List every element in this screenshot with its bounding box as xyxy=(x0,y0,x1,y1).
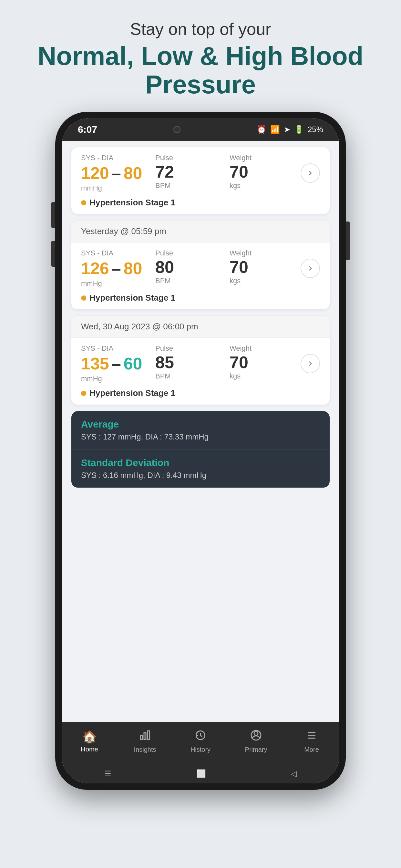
nav-insights[interactable]: Insights xyxy=(117,730,173,753)
header-title: Normal, Low & High Blood Pressure xyxy=(26,42,375,99)
kgs-unit-2: kgs xyxy=(229,277,297,285)
insights-label: Insights xyxy=(134,746,156,753)
nav-primary[interactable]: Primary xyxy=(228,730,284,753)
stats-card: Average SYS : 127 mmHg, DIA : 73.33 mmHg… xyxy=(71,411,330,488)
status-time: 6:07 xyxy=(78,124,97,135)
status-dot-3 xyxy=(81,391,86,396)
mmhg-unit-1: mmHg xyxy=(81,184,149,192)
phone-inner: 6:07 ⏰ 📶 ➤ 🔋 25% SYS - DIA 1 xyxy=(62,118,339,783)
std-block: Standard Deviation SYS : 6.16 mmHg, DIA … xyxy=(71,450,330,488)
home-label: Home xyxy=(81,746,98,753)
history-label: History xyxy=(190,746,211,753)
android-menu-icon: ☰ xyxy=(104,769,112,778)
bpm-unit-3: BPM xyxy=(155,372,223,380)
svg-point-4 xyxy=(254,732,258,735)
status-text-1: Hypertension Stage 1 xyxy=(89,197,175,208)
std-value: SYS : 6.16 mmHg, DIA : 9.43 mmHg xyxy=(81,471,320,480)
status-text-3: Hypertension Stage 1 xyxy=(89,388,175,398)
nav-home[interactable]: 🏠 Home xyxy=(62,730,117,753)
status-text-2: Hypertension Stage 1 xyxy=(89,293,175,303)
dia-value-3: 60 xyxy=(124,355,143,372)
pulse-label-2: Pulse xyxy=(155,249,223,257)
android-back-icon: ◁ xyxy=(291,769,297,778)
sys-value-3: 135 xyxy=(81,355,109,372)
detail-button-3[interactable] xyxy=(301,354,320,373)
svg-rect-0 xyxy=(141,735,143,740)
scroll-content: SYS - DIA 120 – 80 mmHg Pulse 72 BPM xyxy=(62,141,339,722)
status-camera xyxy=(174,126,181,133)
page-header: Stay on top of your Normal, Low & High B… xyxy=(0,0,401,112)
pulse-label-3: Pulse xyxy=(155,344,223,352)
weight-label-1: Weight xyxy=(229,154,297,162)
reading-card-2: Yesterday @ 05:59 pm SYS - DIA 126 – 80 … xyxy=(71,221,330,309)
primary-label: Primary xyxy=(245,746,267,753)
battery-percent: 25% xyxy=(308,125,323,134)
svg-rect-2 xyxy=(148,731,150,740)
android-nav: ☰ ⬜ ◁ xyxy=(62,764,339,783)
header-subtitle: Stay on top of your xyxy=(26,20,375,39)
dash-1: – xyxy=(112,163,121,183)
sys-dia-label-1: SYS - DIA xyxy=(81,154,149,162)
pulse-value-1: 72 xyxy=(155,163,223,180)
signal-icon: ➤ xyxy=(284,125,290,134)
bottom-nav: 🏠 Home Insights xyxy=(62,722,339,764)
nav-more[interactable]: More xyxy=(284,730,339,753)
svg-rect-1 xyxy=(144,733,146,740)
sys-dia-label-3: SYS - DIA xyxy=(81,344,149,352)
mmhg-unit-2: mmHg xyxy=(81,279,149,288)
pulse-value-2: 80 xyxy=(155,259,223,275)
bpm-unit-2: BPM xyxy=(155,277,223,285)
mmhg-unit-3: mmHg xyxy=(81,375,149,383)
card-date-3: Wed, 30 Aug 2023 @ 06:00 pm xyxy=(71,316,330,338)
bpm-unit-1: BPM xyxy=(155,182,223,190)
status-badge-3: Hypertension Stage 1 xyxy=(81,388,320,398)
average-block: Average SYS : 127 mmHg, DIA : 73.33 mmHg xyxy=(71,411,330,450)
alarm-icon: ⏰ xyxy=(257,125,266,134)
battery-icon: 🔋 xyxy=(294,125,304,134)
status-dot-1 xyxy=(81,200,86,206)
pulse-label-1: Pulse xyxy=(155,154,223,162)
volume-up-button[interactable] xyxy=(51,202,55,228)
status-icons: ⏰ 📶 ➤ 🔋 25% xyxy=(257,125,323,134)
phone-wrapper: 6:07 ⏰ 📶 ➤ 🔋 25% SYS - DIA 1 xyxy=(55,112,346,790)
dia-value-1: 80 xyxy=(124,165,143,182)
detail-button-2[interactable] xyxy=(301,259,320,278)
reading-card-3: Wed, 30 Aug 2023 @ 06:00 pm SYS - DIA 13… xyxy=(71,316,330,405)
more-label: More xyxy=(304,746,319,753)
average-value: SYS : 127 mmHg, DIA : 73.33 mmHg xyxy=(81,432,320,441)
status-dot-2 xyxy=(81,296,86,301)
history-icon xyxy=(195,730,206,744)
average-title: Average xyxy=(81,419,320,430)
nav-history[interactable]: History xyxy=(173,730,228,753)
android-home-icon: ⬜ xyxy=(196,769,206,778)
power-button[interactable] xyxy=(346,221,350,260)
primary-icon xyxy=(250,730,262,744)
weight-label-3: Weight xyxy=(229,344,297,352)
status-badge-1: Hypertension Stage 1 xyxy=(81,197,320,208)
dash-3: – xyxy=(112,354,121,373)
sys-value-1: 120 xyxy=(81,165,109,182)
sys-value-2: 126 xyxy=(81,260,109,277)
weight-value-1: 70 xyxy=(229,163,297,180)
volume-down-button[interactable] xyxy=(51,241,55,267)
more-icon xyxy=(306,730,317,744)
weight-label-2: Weight xyxy=(229,249,297,257)
weight-value-2: 70 xyxy=(229,259,297,275)
sys-dia-label-2: SYS - DIA xyxy=(81,249,149,257)
pulse-value-3: 85 xyxy=(155,354,223,371)
kgs-unit-3: kgs xyxy=(229,372,297,380)
status-bar: 6:07 ⏰ 📶 ➤ 🔋 25% xyxy=(62,118,339,141)
home-icon: 🏠 xyxy=(82,730,97,744)
kgs-unit-1: kgs xyxy=(229,182,297,190)
std-title: Standard Deviation xyxy=(81,457,320,468)
card-date-2: Yesterday @ 05:59 pm xyxy=(71,221,330,243)
dash-2: – xyxy=(112,259,121,278)
wifi-icon: 📶 xyxy=(270,125,280,134)
reading-card-1: SYS - DIA 120 – 80 mmHg Pulse 72 BPM xyxy=(71,147,330,214)
dia-value-2: 80 xyxy=(124,260,143,277)
insights-icon xyxy=(139,730,151,744)
weight-value-3: 70 xyxy=(229,354,297,371)
detail-button-1[interactable] xyxy=(301,163,320,183)
status-badge-2: Hypertension Stage 1 xyxy=(81,293,320,303)
